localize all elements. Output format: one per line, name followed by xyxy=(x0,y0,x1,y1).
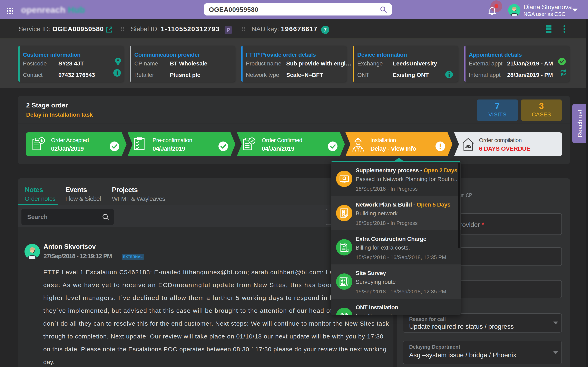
svg-text:£: £ xyxy=(344,244,345,247)
